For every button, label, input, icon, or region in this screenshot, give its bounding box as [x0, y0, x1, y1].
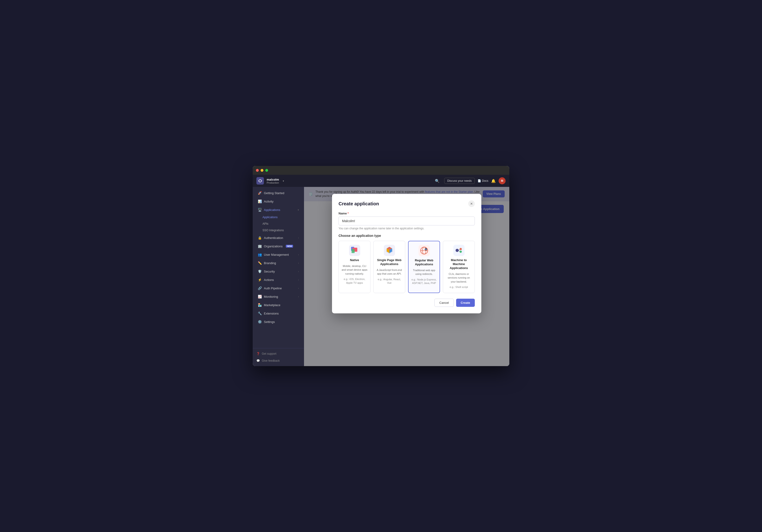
sidebar-item-label-actions: Actions: [264, 278, 274, 282]
sidebar-item-label-authentication: Authentication: [264, 236, 283, 240]
get-support-item[interactable]: ❓ Get support: [253, 350, 304, 357]
sidebar: 🚀 Getting Started 📊 Activity 🖥️ Applicat…: [253, 187, 304, 366]
svg-line-17: [459, 250, 460, 252]
discuss-button[interactable]: Discuss your needs: [444, 178, 475, 184]
get-support-icon: ❓: [257, 352, 260, 355]
title-bar: [253, 166, 509, 175]
minimize-button[interactable]: [261, 169, 264, 172]
spa-icon-container: [384, 245, 395, 256]
monitoring-chevron-icon: ›: [298, 295, 299, 298]
content-area: 🗒️ Thank you for signing up for Auth0! Y…: [304, 187, 509, 366]
sidebar-item-label-getting-started: Getting Started: [264, 191, 284, 195]
app-type-native[interactable]: Native Mobile, desktop, CLI and smart de…: [339, 241, 370, 293]
modal-close-button[interactable]: ✕: [468, 200, 475, 207]
native-app-icon: [350, 246, 359, 255]
sidebar-sub-applications[interactable]: Applications: [253, 214, 304, 220]
spa-app-icon: [385, 246, 394, 255]
sidebar-item-user-management[interactable]: 👥 User Management ›: [254, 251, 303, 259]
marketplace-icon: 🏪: [258, 303, 262, 307]
sidebar-item-monitoring[interactable]: 📈 Monitoring ›: [254, 293, 303, 301]
sidebar-item-actions[interactable]: ⚡ Actions ›: [254, 276, 303, 284]
sidebar-item-label-activity: Activity: [264, 200, 273, 203]
m2m-desc: CLIs, daemons or services running on you…: [446, 272, 472, 284]
nav-brand: malcolm Production: [267, 178, 279, 184]
branding-chevron-icon: ›: [298, 262, 299, 265]
sidebar-sub-sso[interactable]: SSO Integrations: [253, 227, 304, 234]
getting-started-icon: 🚀: [258, 191, 262, 195]
fullscreen-button[interactable]: [265, 169, 268, 172]
sidebar-item-label-extensions: Extensions: [264, 312, 279, 315]
name-hint: You can change the application name late…: [339, 227, 475, 230]
app-type-regular-web[interactable]: Regular Web Applications Traditional web…: [408, 241, 440, 293]
auth-pipeline-chevron-icon: ›: [298, 287, 299, 290]
nav-brand-env: Production: [267, 181, 279, 184]
cancel-button[interactable]: Cancel: [434, 299, 454, 307]
sidebar-item-label-branding: Branding: [264, 261, 276, 265]
app-type-label: Choose an application type: [339, 234, 475, 238]
modal-header: Create application ✕: [339, 200, 475, 207]
sub-applications-label: Applications: [263, 216, 278, 219]
sidebar-item-label-auth-pipeline: Auth Pipeline: [264, 286, 282, 290]
modal-footer: Cancel Create: [339, 299, 475, 307]
modal-overlay[interactable]: Create application ✕ Name * You can chan…: [304, 187, 509, 366]
regular-web-desc: Traditional web app using redirects.: [411, 268, 437, 276]
regular-web-example: e.g.: Node.js Express, ASP.NET, Java, PH…: [411, 278, 437, 285]
nav-chevron-icon[interactable]: ▾: [283, 180, 284, 182]
m2m-name: Machine to Machine Applications: [446, 258, 472, 270]
monitoring-icon: 📈: [258, 295, 262, 298]
give-feedback-item[interactable]: 💬 Give feedback: [253, 357, 304, 364]
app-layout: malcolm Production ▾ 🔍 Discuss your need…: [253, 175, 509, 366]
sidebar-item-settings[interactable]: ⚙️ Settings: [254, 318, 303, 326]
create-button[interactable]: Create: [456, 299, 475, 307]
svg-point-12: [425, 249, 426, 250]
sidebar-item-authentication[interactable]: 🔒 Authentication ›: [254, 234, 303, 242]
sidebar-item-getting-started[interactable]: 🚀 Getting Started: [254, 189, 303, 197]
branding-icon: ✏️: [258, 261, 262, 265]
native-name: Native: [342, 258, 367, 262]
close-button[interactable]: [256, 169, 259, 172]
main-area: 🚀 Getting Started 📊 Activity 🖥️ Applicat…: [253, 187, 509, 366]
notification-bell-icon[interactable]: 🔔: [491, 179, 496, 183]
modal-title: Create application: [339, 201, 379, 206]
app-type-m2m[interactable]: Machine to Machine Applications CLIs, da…: [443, 241, 475, 293]
sidebar-item-label-marketplace: Marketplace: [264, 303, 280, 307]
sidebar-item-security[interactable]: 🛡️ Security ›: [254, 267, 303, 275]
top-nav: malcolm Production ▾ 🔍 Discuss your need…: [253, 175, 509, 187]
sidebar-item-applications[interactable]: 🖥️ Applications ▾: [254, 206, 303, 214]
app-type-spa[interactable]: Single Page Web Applications A JavaScrip…: [373, 241, 405, 293]
sidebar-item-label-applications: Applications: [264, 208, 280, 212]
nav-logo: [257, 177, 264, 185]
sidebar-sub-apis[interactable]: APIs: [253, 220, 304, 227]
docs-button[interactable]: 📄 Docs: [478, 179, 488, 183]
m2m-example: e.g.: Shell script: [446, 285, 472, 289]
give-feedback-label: Give feedback: [262, 359, 280, 362]
sidebar-item-activity[interactable]: 📊 Activity: [254, 197, 303, 205]
authentication-icon: 🔒: [258, 236, 262, 240]
app-name-input[interactable]: [339, 216, 475, 225]
sidebar-item-extensions[interactable]: 🔧 Extensions: [254, 309, 303, 317]
organizations-badge: NEW: [286, 245, 293, 248]
security-icon: 🛡️: [258, 269, 262, 273]
applications-chevron-icon: ▾: [298, 209, 299, 211]
app-types-grid: Native Mobile, desktop, CLI and smart de…: [339, 241, 475, 293]
sidebar-item-branding[interactable]: ✏️ Branding ›: [254, 259, 303, 267]
user-avatar[interactable]: M: [498, 177, 505, 184]
spa-example: e.g.: Angular, React, Vue: [376, 278, 402, 285]
activity-icon: 📊: [258, 199, 262, 203]
sidebar-item-auth-pipeline[interactable]: 🔗 Auth Pipeline ›: [254, 284, 303, 292]
svg-point-15: [459, 251, 462, 253]
search-button[interactable]: 🔍: [433, 178, 441, 184]
sidebar-item-marketplace[interactable]: 🏪 Marketplace: [254, 301, 303, 309]
m2m-app-icon: [454, 246, 463, 255]
sub-sso-label: SSO Integrations: [263, 229, 284, 232]
extensions-icon: 🔧: [258, 312, 262, 315]
settings-icon: ⚙️: [258, 320, 262, 324]
sidebar-item-organizations[interactable]: 🏢 Organizations NEW: [254, 242, 303, 250]
sub-apis-label: APIs: [263, 222, 268, 225]
docs-label: Docs: [482, 179, 488, 183]
regular-web-app-icon: [420, 246, 428, 255]
regular-web-icon-container: [419, 245, 430, 256]
get-support-label: Get support: [262, 352, 276, 355]
nav-brand-name: malcolm: [267, 178, 279, 181]
actions-icon: ⚡: [258, 278, 262, 282]
